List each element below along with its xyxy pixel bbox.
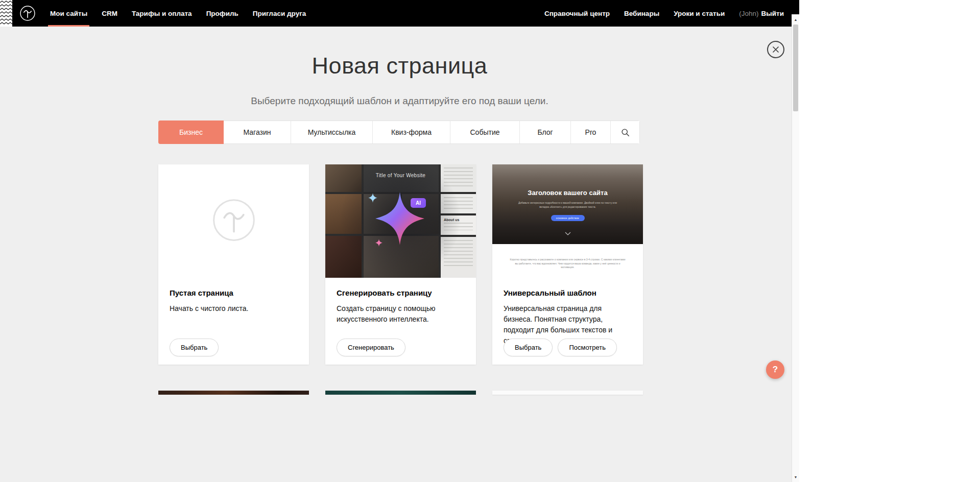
chevron-down-icon <box>565 232 571 235</box>
next-row-peek <box>158 391 643 395</box>
collage-site-title: Title of Your Website <box>325 173 476 178</box>
help-button[interactable]: ? <box>766 360 784 379</box>
generate-button[interactable]: Сгенерировать <box>337 339 405 356</box>
template-card-ai-generate[interactable]: About us Title of Your Website <box>325 164 476 365</box>
close-button[interactable] <box>767 41 784 58</box>
small-sparkle-icon <box>368 193 377 203</box>
next-row-card-peek[interactable] <box>492 391 643 395</box>
top-navbar: Мои сайты CRM Тарифы и оплата Профиль Пр… <box>0 0 799 27</box>
vertical-scrollbar[interactable]: ▲ ▼ <box>792 14 799 482</box>
nav-profile[interactable]: Профиль <box>199 0 246 27</box>
preview-hero-subtitle: Добавьте интересные подробности о вашей … <box>514 201 622 209</box>
tilda-watermark-icon <box>211 197 257 245</box>
ai-collage-preview: About us Title of Your Website <box>325 164 476 278</box>
scrollbar-down-arrow[interactable]: ▼ <box>792 473 799 481</box>
tab-business[interactable]: Бизнес <box>158 120 224 144</box>
preview-hero-image: Заголовок вашего сайта Добавьте интересн… <box>492 164 643 244</box>
card-title: Пустая страница <box>170 288 298 297</box>
select-universal-button[interactable]: Выбрать <box>504 339 553 356</box>
page-subtitle: Выберите подходящий шаблон и адаптируйте… <box>0 95 799 107</box>
card-description: Создать страницу с помощью искусственног… <box>337 303 465 325</box>
zigzag-pattern <box>0 0 12 27</box>
tab-event[interactable]: Событие <box>450 121 520 143</box>
preview-universal-button[interactable]: Посмотреть <box>558 339 617 356</box>
template-grid: Пустая страница Начать с чистого листа. … <box>158 164 643 365</box>
scrollbar-up-arrow[interactable]: ▲ <box>792 15 799 23</box>
template-chooser-page: Мои сайты CRM Тарифы и оплата Профиль Пр… <box>0 0 799 482</box>
tab-pro[interactable]: Pro <box>571 121 611 143</box>
template-card-universal[interactable]: Заголовок вашего сайта Добавьте интересн… <box>492 164 643 365</box>
nav-pricing[interactable]: Тарифы и оплата <box>125 0 199 27</box>
nav-crm[interactable]: CRM <box>94 0 125 27</box>
select-blank-button[interactable]: Выбрать <box>170 339 219 356</box>
tab-store[interactable]: Магазин <box>224 121 291 143</box>
secondary-nav: Справочный центр Вебинары Уроки и статьи… <box>537 0 791 27</box>
tab-search[interactable] <box>611 121 639 143</box>
template-category-tabs: Бизнес Магазин Мультиссылка Квиз-форма С… <box>158 120 640 144</box>
universal-template-preview: Заголовок вашего сайта Добавьте интересн… <box>492 164 643 278</box>
card-actions: Выбрать <box>170 339 219 356</box>
preview-hero-title: Заголовок вашего сайта <box>492 189 643 197</box>
tab-quiz-form[interactable]: Квиз-форма <box>373 121 450 143</box>
card-actions: Выбрать Посмотреть <box>504 339 617 356</box>
card-actions: Сгенерировать <box>337 339 405 356</box>
tilda-logo[interactable] <box>18 4 37 22</box>
nav-help-center[interactable]: Справочный центр <box>537 0 617 27</box>
template-card-blank[interactable]: Пустая страница Начать с чистого листа. … <box>158 164 309 365</box>
nav-my-sites[interactable]: Мои сайты <box>43 0 94 27</box>
tab-multilink[interactable]: Мультиссылка <box>291 121 373 143</box>
preview-hero-button: основное действие <box>551 215 585 221</box>
tab-blog[interactable]: Блог <box>520 121 571 143</box>
ai-badge: AI <box>411 198 426 208</box>
preview-text-block: Коротко представьтесь и расскажите о ком… <box>492 244 643 278</box>
search-icon <box>621 128 630 137</box>
small-sparkle-icon <box>375 239 383 247</box>
nav-invite-friend[interactable]: Пригласи друга <box>246 0 313 27</box>
nav-webinars[interactable]: Вебинары <box>617 0 666 27</box>
user-name: (John) <box>739 10 758 17</box>
card-description: Начать с чистого листа. <box>170 303 298 314</box>
preview-body-text: Коротко представьтесь и расскажите о ком… <box>492 244 643 270</box>
next-row-card-peek[interactable] <box>158 391 309 395</box>
nav-lessons[interactable]: Уроки и статьи <box>666 0 732 27</box>
nav-logout[interactable]: (John) Выйти <box>732 0 791 27</box>
scrollbar-thumb[interactable] <box>793 25 798 111</box>
next-row-card-peek[interactable] <box>325 391 476 395</box>
logout-label: Выйти <box>761 10 784 17</box>
main-nav: Мои сайты CRM Тарифы и оплата Профиль Пр… <box>43 0 313 27</box>
close-icon <box>772 46 779 53</box>
card-title: Сгенерировать страницу <box>337 288 465 297</box>
card-title: Универсальный шаблон <box>504 288 632 297</box>
page-title: Новая страница <box>0 53 799 79</box>
